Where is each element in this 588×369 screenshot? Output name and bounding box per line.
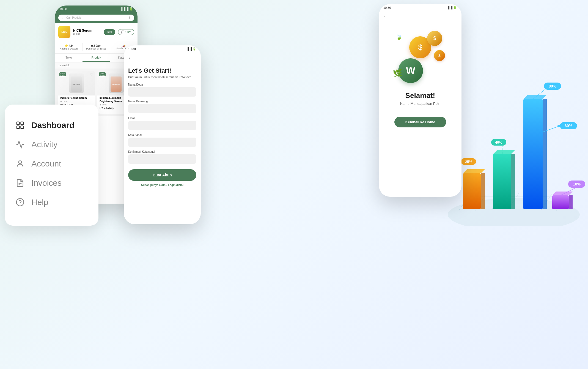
create-account-button[interactable]: Buat Akun <box>128 169 196 181</box>
status-icons-shop: ▐ ▐ ▐ 🔋 <box>120 7 133 11</box>
bar3-side <box>543 99 547 209</box>
chat-button[interactable]: 💬 Chat <box>118 29 134 35</box>
brand-name: NICE Serum <box>73 29 101 32</box>
phone-register: 10.30 ▐ ▐ 🔋 ← Let's Get Start! Buat akun… <box>124 45 201 224</box>
dots-icon[interactable]: ⋮ <box>128 16 131 20</box>
follow-button[interactable]: Ikuti <box>104 29 115 35</box>
svg-rect-2 <box>17 126 19 129</box>
brand-info: NICE Serum Dipina <box>73 29 101 35</box>
input-nama-belakang[interactable] <box>128 104 196 113</box>
dashboard-label: Dashboard <box>31 121 75 130</box>
label-nama-belakang: Nama Belakang <box>128 100 196 103</box>
svg-rect-1 <box>21 122 23 124</box>
coin-3: $ <box>434 50 445 61</box>
shop-header: ← Cari Produk ⋮ <box>55 12 138 23</box>
search-placeholder: Cari Produk <box>66 16 126 19</box>
bar3-front <box>523 99 543 209</box>
svg-text:40%: 40% <box>495 140 502 144</box>
tab-toko[interactable]: Toko <box>55 54 83 62</box>
bar2-front <box>493 154 511 209</box>
product-count: 12 Produk <box>58 64 70 67</box>
person-icon <box>15 158 25 169</box>
product-visual-2: IMPLORA <box>109 73 124 93</box>
status-time-shop: 10.30 <box>59 7 67 11</box>
coins-illustration: $ $ $ W 🌿 🍃 <box>393 31 448 86</box>
svg-text:60%: 60% <box>565 124 573 128</box>
stat-delivery: ± 2 Jam Pesanan diProses <box>83 43 110 51</box>
chat-label: Chat <box>125 31 131 34</box>
login-text: Sudah punya akun? <box>141 184 167 187</box>
brand-logo: NICE <box>58 26 70 38</box>
register-form: Nama Depan Nama Belakang Email Kata Sand… <box>124 81 201 189</box>
chat-icon: 💬 <box>121 31 124 34</box>
login-link-row: Sudah punya akun? Login disini <box>128 184 196 187</box>
wishlist-icon-1[interactable]: ♡ <box>90 72 94 77</box>
label-email: Email <box>128 117 196 120</box>
sidebar-item-help[interactable]: Help <box>15 193 89 212</box>
status-time-register: 10.30 <box>128 47 136 51</box>
status-bar-register: 10.30 ▐ ▐ 🔋 <box>124 45 201 52</box>
delivery-value: ± 2 Jam <box>84 44 109 47</box>
input-nama-depan[interactable] <box>128 87 196 97</box>
svg-point-31 <box>557 125 560 127</box>
status-icons-congrats: ▐ ▐ 🔋 <box>447 6 457 9</box>
account-label: Account <box>31 159 61 168</box>
svg-point-4 <box>19 161 22 164</box>
tab-produk[interactable]: Produk <box>83 54 110 62</box>
back-arrow-icon[interactable]: ← <box>62 16 65 20</box>
free-ship-badge-2: GratisOngkir <box>99 72 106 76</box>
shop-search-bar[interactable]: ← Cari Produk ⋮ <box>58 15 134 21</box>
svg-text:10%: 10% <box>573 182 581 186</box>
status-icons-register: ▐ ▐ 🔋 <box>186 47 196 51</box>
input-email[interactable] <box>128 121 196 130</box>
bar4-front <box>552 195 569 209</box>
free-ship-badge: GratisOngkir <box>59 72 66 76</box>
bar2-side <box>511 154 515 209</box>
login-link[interactable]: Login disini <box>168 184 183 187</box>
home-button[interactable]: Kembali ke Home <box>394 117 446 127</box>
svg-text:25%: 25% <box>465 160 472 164</box>
coin-2: $ <box>427 31 442 46</box>
congrats-body: $ $ $ W 🌿 🍃 Selamat! Kamu Mendapatkan Po… <box>379 23 461 136</box>
bar3-top <box>523 95 547 99</box>
bar4-top <box>552 192 573 195</box>
back-button-congrats[interactable]: ← <box>383 14 457 19</box>
invoices-label: Invoices <box>31 178 62 188</box>
product-sold-1: ⊕ 1500 <box>60 100 93 103</box>
sidebar-card: Dashboard Activity Account Invoices <box>5 105 98 226</box>
bar1-top <box>463 169 485 173</box>
status-bar-shop: 10.30 ▐ ▐ ▐ 🔋 <box>55 6 138 12</box>
input-kata-sandi[interactable] <box>128 138 196 147</box>
grid-icon <box>15 120 25 130</box>
stat-rating: ⭐ 4.9 Rating & Ulasan <box>55 43 83 51</box>
back-button-register[interactable]: ← <box>128 56 196 61</box>
sidebar-item-activity[interactable]: Activity <box>15 135 89 154</box>
sidebar-item-invoices[interactable]: Invoices <box>15 173 89 193</box>
activity-label: Activity <box>31 140 57 149</box>
help-label: Help <box>31 198 48 207</box>
activity-icon <box>15 139 25 150</box>
product-img-1: GratisOngkir ♡ IMPLORA <box>58 71 95 95</box>
delivery-label: Pesanan diProses <box>84 47 109 50</box>
sidebar-item-account[interactable]: Account <box>15 154 89 173</box>
congrats-header: ← <box>379 11 461 23</box>
label-nama-depan: Nama Depan <box>128 83 196 86</box>
bar2-top <box>493 150 515 154</box>
svg-rect-3 <box>21 126 23 129</box>
input-konfirmasi[interactable] <box>128 154 196 164</box>
shop-brand-row: NICE NICE Serum Dipina Ikuti 💬 Chat <box>55 23 138 41</box>
sidebar-item-dashboard[interactable]: Dashboard <box>15 116 89 135</box>
bar1-front <box>463 173 481 209</box>
phone-congrats: 10.30 ▐ ▐ 🔋 ← $ $ $ W 🌿 🍃 <box>379 4 461 197</box>
register-subtitle: Buat akun untuk menikmati semua fitur We… <box>128 75 196 79</box>
chart-svg: 25% 40% 80% 60% 10% <box>442 55 585 226</box>
congrats-title: Selamat! <box>405 91 435 100</box>
bar1-side <box>481 173 485 209</box>
chart-area: 25% 40% 80% 60% 10% <box>442 50 580 237</box>
label-kata-sandi: Kata Sandi <box>128 133 196 136</box>
congrats-subtitle: Kamu Mendapatkan Poin <box>400 102 440 106</box>
svg-rect-0 <box>17 122 19 124</box>
status-bar-congrats: 10.30 ▐ ▐ 🔋 <box>379 4 461 11</box>
file-icon <box>15 178 25 188</box>
reg-header: ← <box>124 52 201 63</box>
